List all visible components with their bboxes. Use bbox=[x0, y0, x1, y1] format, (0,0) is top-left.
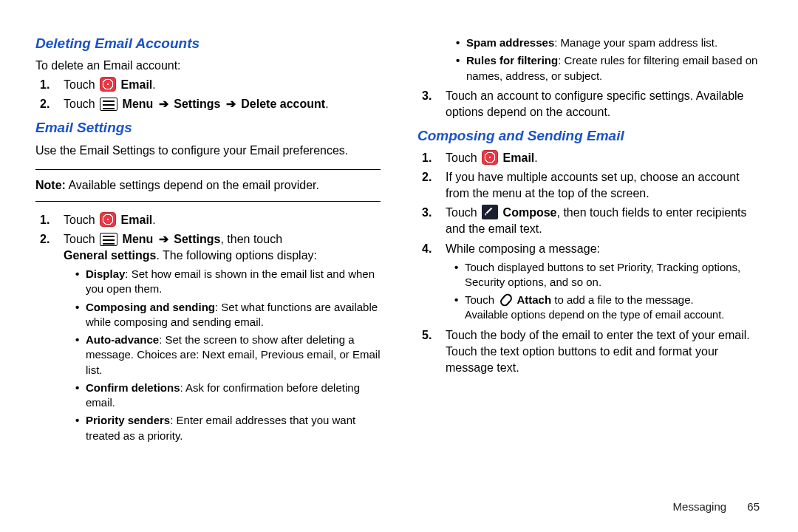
option-rules: Rules for filtering: Create rules for fi… bbox=[466, 53, 763, 83]
email-icon bbox=[100, 212, 116, 227]
steps-settings: Touch Email. Touch Menu ➔ Settings, then… bbox=[35, 212, 381, 443]
option-confirm-deletions: Confirm deletions: Ask for confirmation … bbox=[86, 381, 381, 411]
general-options: Display: Set how email is shown in the e… bbox=[64, 267, 381, 443]
step-1: Touch Email. bbox=[55, 212, 381, 228]
note-box: Note: Available settings depend on the e… bbox=[35, 169, 381, 202]
step-2: Touch Menu ➔ Settings ➔ Delete account. bbox=[55, 96, 381, 112]
heading-email-settings: Email Settings bbox=[35, 118, 381, 137]
arrow-icon: ➔ bbox=[159, 98, 168, 110]
sub-priority: Touch displayed buttons to set Priority,… bbox=[465, 260, 763, 290]
step-2: Touch Menu ➔ Settings, then touch Genera… bbox=[55, 231, 381, 443]
menu-icon bbox=[100, 233, 117, 246]
menu-icon bbox=[100, 98, 117, 111]
step-1: Touch Email. bbox=[55, 77, 381, 93]
email-icon bbox=[482, 150, 498, 165]
heading-deleting: Deleting Email Accounts bbox=[35, 34, 381, 53]
steps-delete: Touch Email. Touch Menu ➔ Settings ➔ Del… bbox=[35, 77, 381, 112]
steps-compose: Touch Email. If you have multiple accoun… bbox=[417, 150, 763, 376]
intro-delete: To delete an Email account: bbox=[35, 58, 381, 74]
footer-page: 65 bbox=[747, 500, 760, 513]
email-icon bbox=[100, 77, 116, 92]
intro-settings: Use the Email Settings to configure your… bbox=[35, 143, 381, 159]
sub-attach: Touch Attach to add a file to the messag… bbox=[465, 293, 763, 323]
page-footer: Messaging 65 bbox=[673, 500, 760, 513]
attach-icon bbox=[499, 293, 512, 307]
compose-sub: Touch displayed buttons to set Priority,… bbox=[443, 260, 763, 323]
compose-icon bbox=[482, 205, 498, 219]
option-composing: Composing and sending: Set what function… bbox=[86, 300, 381, 330]
step-1: Touch Email. bbox=[437, 150, 763, 166]
heading-composing: Composing and Sending Email bbox=[417, 126, 763, 146]
option-spam: Spam addresses: Manage your spam address… bbox=[466, 35, 763, 50]
step-3: Touch an account to configure specific s… bbox=[437, 88, 763, 120]
arrow-icon: ➔ bbox=[226, 98, 236, 110]
option-display: Display: Set how email is shown in the e… bbox=[86, 267, 381, 297]
step-4: While composing a message: Touch display… bbox=[437, 241, 763, 323]
manual-page: Deleting Email Accounts To delete an Ema… bbox=[0, 0, 798, 532]
option-auto-advance: Auto-advance: Set the screen to show aft… bbox=[86, 332, 381, 378]
general-options-cont: Spam addresses: Manage your spam address… bbox=[417, 35, 763, 83]
option-priority-senders: Priority senders: Enter email addresses … bbox=[86, 413, 381, 443]
right-column: Spam addresses: Manage your spam address… bbox=[417, 28, 763, 517]
step-3: Touch Compose, then touch fields to ente… bbox=[437, 205, 763, 237]
step-5: Touch the body of the email to enter the… bbox=[437, 327, 763, 376]
arrow-icon: ➔ bbox=[159, 233, 168, 245]
left-column: Deleting Email Accounts To delete an Ema… bbox=[35, 28, 381, 517]
step-2: If you have multiple accounts set up, ch… bbox=[437, 169, 763, 202]
footer-section: Messaging bbox=[673, 500, 727, 513]
steps-settings-cont: Touch an account to configure specific s… bbox=[417, 88, 763, 120]
